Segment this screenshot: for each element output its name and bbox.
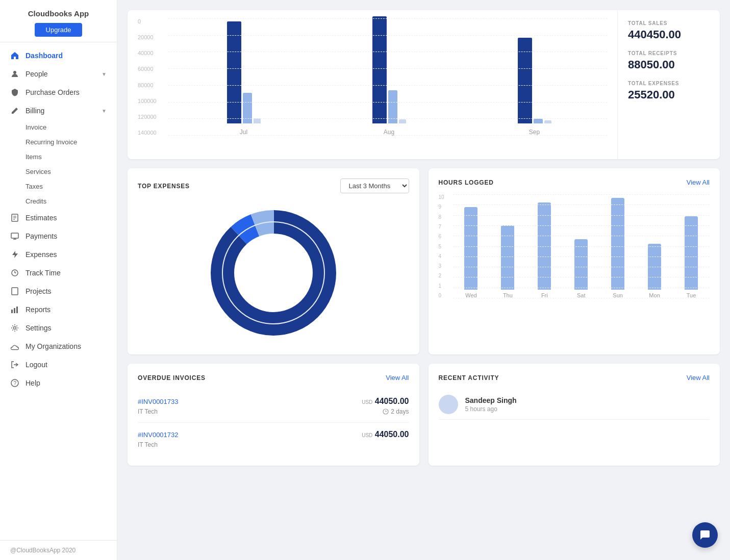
- hours-bars: Wed Thu Fri Sat: [453, 194, 710, 298]
- sidebar-item-settings[interactable]: Settings: [0, 319, 117, 337]
- svg-point-18: [222, 222, 324, 324]
- logout-icon: [10, 360, 19, 369]
- hours-bar-sat: Sat: [574, 239, 588, 298]
- clock-icon: [10, 268, 19, 277]
- sales-y-axis: 140000 120000 100000 80000 60000 40000 2…: [138, 18, 157, 136]
- app-name: Cloudbooks App: [10, 9, 107, 18]
- chevron-down-icon: ▼: [102, 71, 107, 77]
- invoice-row: #INV0001733 USD 44050.00 IT Tech 2 days: [138, 390, 409, 423]
- upgrade-button[interactable]: Upgrade: [35, 23, 83, 37]
- svg-rect-12: [11, 310, 13, 313]
- top-expenses-card: TOP EXPENSES Last 3 Months Last 6 Months…: [128, 168, 419, 354]
- svg-point-15: [14, 327, 16, 329]
- invoice-row: #INV0001732 USD 44050.00 IT Tech: [138, 423, 409, 455]
- activity-item: Sandeep Singh 5 hours ago: [439, 390, 710, 420]
- hours-bar-fri: Fri: [538, 202, 551, 298]
- sidebar-item-people[interactable]: People ▼: [0, 65, 117, 83]
- sidebar-header: Cloudbooks App Upgrade: [0, 0, 117, 42]
- total-receipts-stat: TOTAL RECEIPTS 88050.00: [628, 50, 710, 71]
- sidebar-item-billing[interactable]: Billing ▼: [0, 101, 117, 120]
- nav-section: Dashboard People ▼ Purchase Orders Billi…: [0, 42, 117, 396]
- sidebar-subitem-credits[interactable]: Credits: [0, 194, 117, 209]
- hours-bar-sun: Sun: [611, 198, 624, 298]
- svg-rect-11: [12, 288, 18, 295]
- gear-icon: [10, 323, 19, 333]
- chat-button[interactable]: [692, 522, 718, 548]
- doc-icon: [10, 287, 19, 296]
- sidebar-subitem-items[interactable]: Items: [0, 149, 117, 164]
- clock-small-icon: [383, 409, 389, 415]
- sidebar-item-help[interactable]: ? Help: [0, 374, 117, 392]
- hours-logged-header: HOURS LOGGED View All: [439, 179, 710, 186]
- pencil-icon: [10, 106, 19, 115]
- sidebar: Cloudbooks App Upgrade Dashboard People …: [0, 0, 117, 560]
- bolt-icon: [10, 250, 19, 259]
- svg-rect-14: [16, 307, 18, 313]
- hours-view-all-link[interactable]: View All: [687, 179, 710, 186]
- sidebar-subitem-recurring-invoice[interactable]: Recurring Invoice: [0, 135, 117, 149]
- svg-text:?: ?: [14, 380, 17, 386]
- sales-bars: Jul Aug: [171, 18, 607, 136]
- stats-area: TOTAL SALES 440450.00 TOTAL RECEIPTS 880…: [618, 10, 720, 159]
- hours-chart-wrapper: 0 1 2 3 4 5 6 7 8 9 10: [439, 194, 710, 312]
- sidebar-subitem-services[interactable]: Services: [0, 164, 117, 179]
- sidebar-item-reports[interactable]: Reports: [0, 300, 117, 319]
- sidebar-item-purchase-orders[interactable]: Purchase Orders: [0, 83, 117, 101]
- mid-row: TOP EXPENSES Last 3 Months Last 6 Months…: [128, 168, 720, 354]
- donut-chart-container: [138, 201, 409, 344]
- donut-chart: [207, 207, 340, 339]
- shield-icon: [10, 88, 19, 97]
- help-icon: ?: [10, 378, 19, 388]
- hours-bar-wed: Wed: [464, 207, 477, 298]
- sidebar-item-track-time[interactable]: Track Time: [0, 264, 117, 282]
- overdue-view-all-link[interactable]: View All: [386, 374, 409, 381]
- overdue-invoices-header: OVERDUE INVOICES View All: [138, 374, 409, 381]
- sidebar-item-estimates[interactable]: Estimates: [0, 209, 117, 227]
- sidebar-item-projects[interactable]: Projects: [0, 282, 117, 300]
- chevron-down-icon: ▼: [102, 108, 107, 114]
- bottom-row: OVERDUE INVOICES View All #INV0001733 US…: [128, 364, 720, 466]
- sales-bar-jul: Jul: [227, 21, 261, 136]
- activity-view-all-link[interactable]: View All: [687, 374, 710, 381]
- sales-bar-aug: Aug: [372, 16, 406, 136]
- sidebar-item-payments[interactable]: Payments: [0, 227, 117, 245]
- activity-name: Sandeep Singh: [465, 396, 517, 404]
- sidebar-item-logout[interactable]: Logout: [0, 355, 117, 374]
- estimates-icon: [10, 213, 19, 222]
- home-icon: [10, 51, 19, 60]
- sidebar-footer: @CloudBooksApp 2020: [0, 540, 117, 560]
- recent-activity-header: RECENT ACTIVITY View All: [439, 374, 710, 381]
- hours-bar-tue: Tue: [685, 216, 698, 298]
- top-expenses-header: TOP EXPENSES Last 3 Months Last 6 Months…: [138, 179, 409, 193]
- sidebar-subitem-invoice[interactable]: Invoice: [0, 120, 117, 135]
- person-icon: [10, 69, 19, 79]
- monitor-icon: [10, 232, 19, 241]
- cloud-icon: [10, 342, 19, 351]
- main-content: 140000 120000 100000 80000 60000 40000 2…: [117, 0, 730, 560]
- hours-y-axis: 0 1 2 3 4 5 6 7 8 9 10: [439, 194, 444, 298]
- sales-chart-area: 140000 120000 100000 80000 60000 40000 2…: [128, 10, 618, 159]
- svg-rect-13: [14, 308, 15, 313]
- sidebar-item-dashboard[interactable]: Dashboard: [0, 46, 117, 65]
- invoice-number: #INV0001732: [138, 431, 179, 439]
- sales-bar-sep: Sep: [518, 38, 551, 136]
- sidebar-subitem-taxes[interactable]: Taxes: [0, 179, 117, 194]
- invoice-days: 2 days: [383, 408, 409, 415]
- total-sales-stat: TOTAL SALES 440450.00: [628, 20, 710, 41]
- svg-rect-5: [11, 233, 18, 238]
- top-row-card: 140000 120000 100000 80000 60000 40000 2…: [128, 10, 720, 159]
- sidebar-item-my-organizations[interactable]: My Organizations: [0, 337, 117, 355]
- invoice-number: #INV0001733: [138, 398, 179, 405]
- hours-bar-mon: Mon: [648, 244, 661, 298]
- activity-time: 5 hours ago: [465, 405, 517, 413]
- chat-icon: [699, 529, 711, 541]
- total-expenses-stat: TOTAL EXPENSES 25520.00: [628, 81, 710, 101]
- recent-activity-card: RECENT ACTIVITY View All Sandeep Singh 5…: [429, 364, 720, 466]
- sidebar-item-expenses[interactable]: Expenses: [0, 245, 117, 264]
- hours-logged-card: HOURS LOGGED View All 0 1 2 3 4 5 6 7 8 …: [429, 168, 720, 354]
- chart-icon: [10, 305, 19, 314]
- hours-bar-thu: Thu: [501, 225, 514, 298]
- avatar: [439, 395, 458, 414]
- svg-point-0: [13, 71, 16, 74]
- expenses-filter-select[interactable]: Last 3 Months Last 6 Months Last 12 Mont…: [340, 179, 409, 193]
